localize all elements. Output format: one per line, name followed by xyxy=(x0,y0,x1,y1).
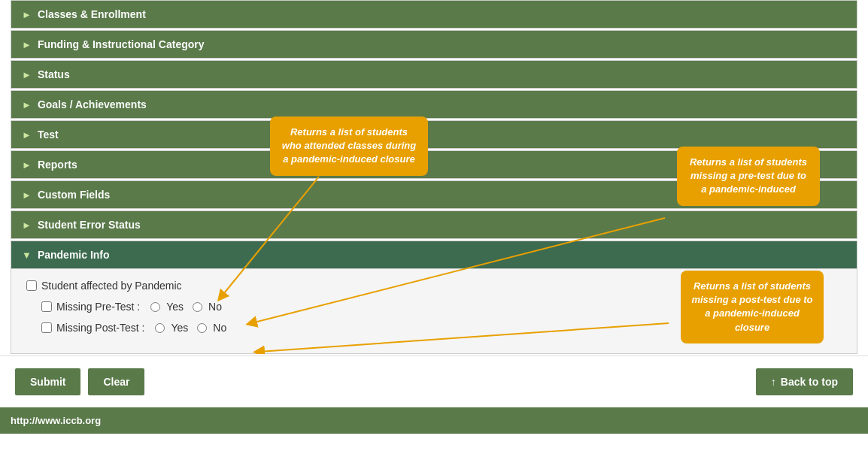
submit-button[interactable]: Submit xyxy=(15,368,80,395)
footer-buttons: Submit Clear xyxy=(15,368,144,395)
accordion-label: Custom Fields xyxy=(38,189,110,201)
missing-post-test-label: Missing Post-Test : xyxy=(56,322,144,334)
status-bar: http://www.iccb.org xyxy=(0,407,868,434)
back-to-top-arrow-icon: ↑ xyxy=(771,376,776,388)
chevron-icon: ► xyxy=(22,9,32,20)
accordion-funding: ► Funding & Instructional Category xyxy=(11,30,857,59)
missing-post-test-checkbox[interactable] xyxy=(41,322,52,333)
footer-bar: Submit Clear ↑ Back to top xyxy=(0,356,868,407)
tooltip-missing-pre-test: Returns a list of students missing a pre… xyxy=(677,147,820,206)
accordion-goals: ► Goals / Achievements xyxy=(11,90,857,119)
pre-test-no-radio[interactable] xyxy=(193,302,202,312)
post-test-yes-radio[interactable] xyxy=(155,323,165,333)
status-url: http://www.iccb.org xyxy=(11,415,101,426)
chevron-icon: ► xyxy=(22,189,32,201)
missing-post-test-radio-group: Yes No xyxy=(155,322,231,334)
accordion-label: Goals / Achievements xyxy=(38,98,147,110)
back-to-top-label: Back to top xyxy=(781,376,838,388)
chevron-icon: ► xyxy=(22,159,32,171)
missing-pre-test-checkbox[interactable] xyxy=(41,301,52,312)
chevron-icon: ► xyxy=(22,69,32,80)
post-test-yes-label: Yes xyxy=(171,322,188,334)
accordion-label: Reports xyxy=(38,159,77,171)
accordion-header-test[interactable]: ► Test xyxy=(11,121,857,148)
post-test-no-radio[interactable] xyxy=(197,323,207,333)
tooltip-pandemic-classes: Returns a list of students who attended … xyxy=(270,117,428,176)
accordion-student-error: ► Student Error Status xyxy=(11,210,857,239)
accordion-header-status[interactable]: ► Status xyxy=(11,61,857,88)
clear-button[interactable]: Clear xyxy=(88,368,144,395)
student-affected-label: Student affected by Pandemic xyxy=(41,280,182,292)
chevron-icon: ► xyxy=(22,99,32,110)
chevron-down-icon: ▼ xyxy=(22,250,32,261)
missing-pre-test-label: Missing Pre-Test : xyxy=(56,301,140,313)
accordion-header-funding[interactable]: ► Funding & Instructional Category xyxy=(11,31,857,58)
chevron-icon: ► xyxy=(22,129,32,141)
accordion-header-classes-enrollment[interactable]: ► Classes & Enrollment xyxy=(11,1,857,28)
chevron-icon: ► xyxy=(22,39,32,50)
pre-test-yes-label: Yes xyxy=(166,301,184,313)
accordion-header-goals[interactable]: ► Goals / Achievements xyxy=(11,91,857,118)
student-affected-checkbox[interactable] xyxy=(26,280,37,291)
accordion-classes-enrollment: ► Classes & Enrollment xyxy=(11,0,857,29)
accordion-label: Classes & Enrollment xyxy=(38,8,146,20)
accordion-label: Test xyxy=(38,129,59,141)
post-test-no-label: No xyxy=(213,322,226,334)
pre-test-yes-radio[interactable] xyxy=(150,302,160,312)
accordion-header-student-error[interactable]: ► Student Error Status xyxy=(11,211,857,238)
accordion-status: ► Status xyxy=(11,60,857,89)
back-to-top-button[interactable]: ↑ Back to top xyxy=(756,368,853,395)
accordion-header-pandemic[interactable]: ▼ Pandemic Info xyxy=(11,241,857,268)
accordion-label: Funding & Instructional Category xyxy=(38,38,205,50)
accordion-test: ► Test xyxy=(11,120,857,149)
pandemic-section-label: Pandemic Info xyxy=(38,249,110,261)
accordion-label: Status xyxy=(38,68,70,80)
chevron-icon: ► xyxy=(22,219,32,231)
missing-pre-test-radio-group: Yes No xyxy=(150,301,226,313)
tooltip-missing-post-test: Returns a list of students missing a pos… xyxy=(681,271,824,343)
accordion-label: Student Error Status xyxy=(38,219,141,231)
pre-test-no-label: No xyxy=(208,301,222,313)
